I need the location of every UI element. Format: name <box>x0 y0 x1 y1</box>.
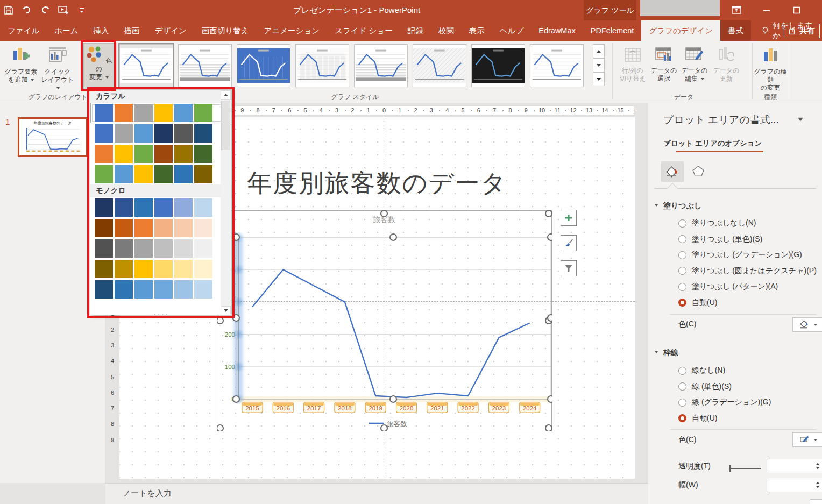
border-option-3[interactable]: 線 (グラデーション)(G) <box>678 396 771 408</box>
color-swatch[interactable] <box>194 145 212 163</box>
chart-style-1[interactable] <box>119 44 173 87</box>
color-swatch[interactable] <box>194 219 212 237</box>
chart-object[interactable]: 旅客数0100200300400500201520162017201820192… <box>217 210 552 431</box>
color-swatch[interactable] <box>95 198 113 217</box>
transparency-slider[interactable] <box>728 465 762 472</box>
color-swatch[interactable] <box>115 165 133 183</box>
fill-option-6[interactable]: 自動(U) <box>678 297 717 309</box>
border-option-1[interactable]: 線なし(N) <box>678 365 725 377</box>
next-input-cutoff[interactable] <box>810 499 822 504</box>
fill-section-chevron-icon[interactable] <box>655 204 658 207</box>
color-swatch[interactable] <box>174 165 193 183</box>
gallery-down-button[interactable] <box>593 58 605 72</box>
gallery-up-button[interactable] <box>593 44 605 58</box>
share-button[interactable]: 共有 <box>784 24 820 38</box>
radio-icon[interactable] <box>678 367 686 375</box>
color-swatch[interactable] <box>174 260 193 278</box>
menu-scrollbar[interactable] <box>221 90 231 315</box>
chart-style-3[interactable] <box>237 44 290 87</box>
radio-selected-icon[interactable] <box>678 299 686 307</box>
border-option-4[interactable]: 自動(U) <box>678 413 717 424</box>
color-swatch[interactable] <box>134 145 153 163</box>
add-chart-element-button[interactable]: グラフ要素を追加 <box>4 43 38 93</box>
color-swatch[interactable] <box>154 198 173 217</box>
color-swatch[interactable] <box>134 198 153 217</box>
tab-8[interactable]: 記録 <box>400 20 431 41</box>
color-swatch[interactable] <box>95 145 113 163</box>
color-swatch[interactable] <box>154 280 173 299</box>
width-input[interactable] <box>767 478 822 492</box>
start-slideshow-icon[interactable] <box>58 5 69 16</box>
fill-color-button[interactable] <box>792 317 822 332</box>
color-swatch[interactable] <box>154 219 173 237</box>
color-swatch[interactable] <box>174 145 193 163</box>
color-swatch[interactable] <box>115 219 133 237</box>
color-swatch[interactable] <box>115 145 133 163</box>
color-swatch[interactable] <box>115 124 133 143</box>
tab-3[interactable]: 描画 <box>117 20 147 41</box>
color-swatch[interactable] <box>194 104 212 122</box>
save-icon[interactable] <box>3 5 14 16</box>
tab-10[interactable]: 表示 <box>462 20 492 41</box>
menu-scroll-up-icon[interactable] <box>221 90 231 100</box>
edit-data-button[interactable]: データの編集 <box>679 43 710 93</box>
color-swatch[interactable] <box>194 124 212 143</box>
color-swatch[interactable] <box>95 124 113 143</box>
radio-icon[interactable] <box>678 251 686 259</box>
border-section-header[interactable]: 枠線 <box>663 348 678 358</box>
chart-styles-button[interactable] <box>561 235 577 251</box>
transparency-input[interactable] <box>767 459 822 473</box>
color-swatch[interactable] <box>115 239 133 258</box>
color-swatch[interactable] <box>194 280 212 299</box>
fill-section-header[interactable]: 塗りつぶし <box>663 201 701 211</box>
color-swatch[interactable] <box>134 165 153 183</box>
tab-11[interactable]: ヘルプ <box>492 20 532 41</box>
border-option-2[interactable]: 線 (単色)(S) <box>678 381 732 393</box>
mono-palette-row-1[interactable] <box>90 197 231 218</box>
color-swatch[interactable] <box>134 260 153 278</box>
fill-option-2[interactable]: 塗りつぶし (単色)(S) <box>678 233 762 245</box>
fill-option-4[interactable]: 塗りつぶし (図またはテクスチャ)(P) <box>678 265 817 277</box>
chart-style-7[interactable] <box>471 44 525 87</box>
slide-thumbnail[interactable]: 年度別旅客数のデータ <box>18 117 88 157</box>
color-swatch[interactable] <box>154 165 173 183</box>
notes-pane[interactable]: ノートを入力 <box>105 483 648 504</box>
tab-1[interactable]: ホーム <box>47 20 86 41</box>
gallery-more-button[interactable] <box>593 72 605 86</box>
color-swatch[interactable] <box>194 165 212 183</box>
color-swatch[interactable] <box>154 145 173 163</box>
radio-icon[interactable] <box>678 382 686 391</box>
chart-style-6[interactable] <box>413 44 466 87</box>
tab-13[interactable]: PDFelement <box>583 20 642 41</box>
color-swatch[interactable] <box>95 104 113 122</box>
color-swatch[interactable] <box>194 239 212 258</box>
color-swatch[interactable] <box>95 165 113 183</box>
color-swatch[interactable] <box>134 219 153 237</box>
mono-palette-row-3[interactable] <box>90 238 231 259</box>
select-data-button[interactable]: データの選択 <box>649 43 679 93</box>
border-color-button[interactable] <box>792 432 822 447</box>
pane-title-chevron-icon[interactable] <box>798 118 803 121</box>
chart-elements-button[interactable] <box>561 210 577 226</box>
tab-6[interactable]: アニメーション <box>257 20 328 41</box>
colorful-palette-row-3[interactable] <box>90 144 231 164</box>
menu-scroll-down-icon[interactable] <box>221 306 231 315</box>
fill-option-5[interactable]: 塗りつぶし (パターン)(A) <box>678 281 778 293</box>
mono-palette-row-5[interactable] <box>90 279 231 300</box>
plot-area-options-label[interactable]: プロット エリアのオプション <box>663 139 762 148</box>
fill-option-3[interactable]: 塗りつぶし (グラデーション)(G) <box>678 249 802 261</box>
color-swatch[interactable] <box>95 280 113 299</box>
color-swatch[interactable] <box>174 124 193 143</box>
tab-0[interactable]: ファイル <box>0 20 47 41</box>
minimize-button[interactable] <box>754 0 779 20</box>
redo-icon[interactable] <box>40 5 51 16</box>
fill-option-1[interactable]: 塗りつぶしなし(N) <box>678 217 756 229</box>
color-swatch[interactable] <box>174 198 193 217</box>
color-swatch[interactable] <box>154 104 173 122</box>
color-swatch[interactable] <box>174 280 193 299</box>
radio-icon[interactable] <box>678 235 686 243</box>
change-chart-type-button[interactable]: グラフの種類の変更 <box>751 43 790 93</box>
color-swatch[interactable] <box>154 239 173 258</box>
chart-filters-button[interactable] <box>561 260 577 276</box>
radio-icon[interactable] <box>678 219 686 228</box>
